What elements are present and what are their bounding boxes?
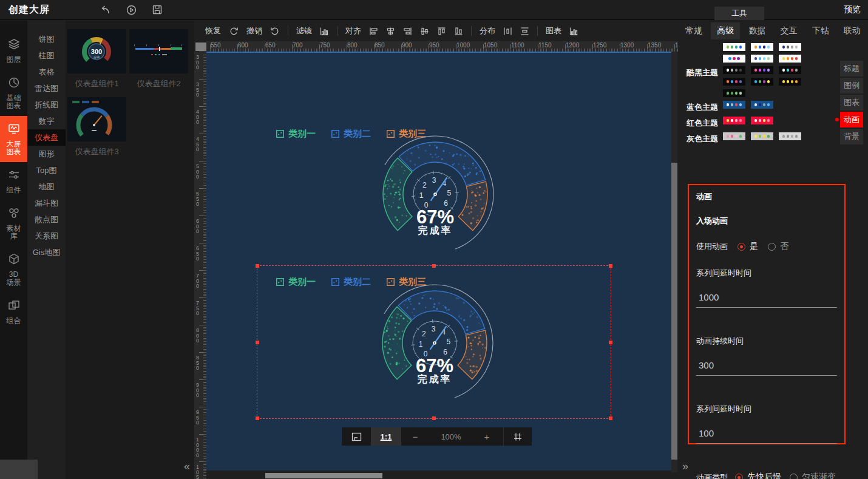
- sidebar-item-3d-scene[interactable]: 3D场景: [0, 246, 27, 293]
- chart-type-item[interactable]: 雷达图: [27, 80, 66, 97]
- filter-chart-icon[interactable]: [320, 27, 329, 36]
- sidebar-item-layers[interactable]: 图层: [0, 32, 27, 70]
- chart-type-item[interactable]: 饼图: [27, 31, 66, 47]
- panel-button-背景[interactable]: 背景: [840, 129, 863, 144]
- chart-type-item[interactable]: 表格: [27, 64, 66, 80]
- chart-type-item[interactable]: Gis地图: [27, 244, 66, 260]
- legend-item[interactable]: 类别二: [331, 128, 371, 140]
- component-thumb-gauge2[interactable]: [129, 29, 188, 73]
- chart-type-item[interactable]: 折线图: [27, 97, 66, 113]
- tab-下钻[interactable]: 下钻: [806, 22, 835, 39]
- sidebar-item-basic-charts[interactable]: 基础图表: [0, 70, 27, 116]
- sidebar-item-components[interactable]: 组件: [0, 162, 27, 200]
- resize-handle[interactable]: [609, 264, 612, 268]
- resize-handle[interactable]: [256, 264, 259, 268]
- theme-swatch[interactable]: [723, 117, 745, 124]
- back-icon[interactable]: [100, 5, 110, 15]
- component-thumb-gauge1[interactable]: 300分钟: [67, 29, 126, 73]
- ratio-button[interactable]: 1:1: [371, 427, 401, 446]
- selection-box[interactable]: [257, 265, 611, 419]
- theme-swatch[interactable]: [779, 55, 801, 63]
- resize-handle[interactable]: [432, 264, 436, 268]
- chart-type-item[interactable]: 仪表盘: [27, 129, 66, 146]
- align-left-icon[interactable]: [369, 27, 378, 36]
- chart-type-item[interactable]: 关系图: [27, 228, 66, 244]
- theme-swatch[interactable]: [751, 117, 773, 124]
- theme-swatch[interactable]: [723, 43, 745, 51]
- legend-item[interactable]: 类别一: [276, 128, 316, 140]
- zoom-in-button[interactable]: +: [473, 432, 501, 442]
- save-icon[interactable]: [152, 5, 162, 15]
- tab-联动[interactable]: 联动: [838, 22, 867, 39]
- align-bottom-icon[interactable]: [454, 27, 463, 36]
- align-top-icon[interactable]: [437, 27, 446, 36]
- design-canvas[interactable]: 类别一类别二类别三 012345667%完成率 类别一类别二类别三 012345…: [206, 52, 671, 471]
- chart-type-item[interactable]: 漏斗图: [27, 195, 66, 211]
- radio-匀速渐变[interactable]: 匀速渐变: [790, 472, 836, 479]
- tools-tab[interactable]: 工具: [714, 7, 764, 20]
- collapse-right-panel-icon[interactable]: »: [682, 460, 688, 473]
- distribute-h-icon[interactable]: [503, 27, 512, 36]
- theme-swatch[interactable]: [779, 132, 801, 140]
- theme-swatch[interactable]: [723, 89, 745, 97]
- zoom-out-button[interactable]: −: [401, 432, 429, 442]
- align-vcenter-icon[interactable]: [420, 27, 429, 36]
- tab-交互[interactable]: 交互: [775, 22, 804, 39]
- chart-type-item[interactable]: 图形: [27, 146, 66, 162]
- field-input-0[interactable]: [696, 292, 837, 308]
- theme-swatch[interactable]: [723, 78, 745, 86]
- radio-是[interactable]: 是: [737, 241, 758, 252]
- sidebar-item-bigscreen-charts[interactable]: 大屏图表: [0, 116, 27, 162]
- collapse-left-panel-icon[interactable]: «: [184, 460, 190, 473]
- resize-handle[interactable]: [609, 341, 612, 344]
- chart-type-item[interactable]: 柱图: [27, 47, 66, 64]
- resize-handle[interactable]: [256, 416, 259, 420]
- align-label[interactable]: 对齐: [345, 25, 361, 36]
- sidebar-item-material-library[interactable]: 素材库: [0, 200, 27, 246]
- chart-type-item[interactable]: Top图: [27, 162, 66, 178]
- theme-swatch[interactable]: [723, 55, 745, 63]
- theme-swatch[interactable]: [779, 78, 801, 86]
- panel-button-图表[interactable]: 图表: [840, 95, 863, 110]
- filter-label[interactable]: 滤镜: [296, 25, 312, 36]
- distribute-v-icon[interactable]: [520, 27, 529, 36]
- tab-数据[interactable]: 数据: [742, 22, 771, 39]
- resize-handle[interactable]: [432, 416, 436, 420]
- theme-swatch[interactable]: [751, 66, 773, 74]
- undo-label[interactable]: 撤销: [246, 25, 262, 36]
- radio-否[interactable]: 否: [768, 241, 788, 252]
- field-input-2[interactable]: [696, 428, 837, 444]
- sidebar-item-group[interactable]: 组合: [0, 293, 27, 331]
- resize-handle[interactable]: [256, 341, 259, 344]
- theme-swatch[interactable]: [751, 132, 773, 140]
- tab-高级[interactable]: 高级: [711, 22, 740, 39]
- align-right-icon[interactable]: [403, 27, 412, 36]
- chart-type-item[interactable]: 散点图: [27, 211, 66, 228]
- restore-label[interactable]: 恢复: [205, 25, 221, 36]
- grid-toggle-icon[interactable]: [504, 432, 532, 441]
- theme-swatch[interactable]: [779, 43, 801, 51]
- distribute-label[interactable]: 分布: [480, 25, 495, 36]
- resize-handle[interactable]: [609, 416, 612, 420]
- undo-icon[interactable]: [270, 27, 280, 36]
- theme-swatch[interactable]: [723, 101, 745, 109]
- play-icon[interactable]: [126, 5, 137, 15]
- panel-button-动画[interactable]: 动画: [840, 112, 863, 127]
- theme-swatch[interactable]: [723, 66, 745, 74]
- theme-swatch[interactable]: [751, 43, 773, 51]
- chart-label[interactable]: 图表: [546, 25, 561, 36]
- preview-button[interactable]: 预览: [844, 4, 861, 15]
- theme-swatch[interactable]: [751, 101, 773, 109]
- theme-swatch[interactable]: [751, 55, 773, 63]
- fit-screen-icon[interactable]: [342, 432, 371, 441]
- redo-icon[interactable]: [229, 27, 239, 36]
- panel-button-标题[interactable]: 标题: [840, 61, 863, 76]
- theme-swatch[interactable]: [751, 78, 773, 86]
- chart-type-item[interactable]: 地图: [27, 178, 66, 195]
- theme-swatch[interactable]: [779, 66, 801, 74]
- tab-常规[interactable]: 常规: [679, 22, 708, 39]
- vertical-scrollbar-thumb[interactable]: [671, 163, 677, 460]
- horizontal-scrollbar-thumb[interactable]: [265, 473, 382, 478]
- radio-先快后慢[interactable]: 先快后慢: [735, 472, 781, 479]
- panel-button-图例[interactable]: 图例: [840, 78, 863, 93]
